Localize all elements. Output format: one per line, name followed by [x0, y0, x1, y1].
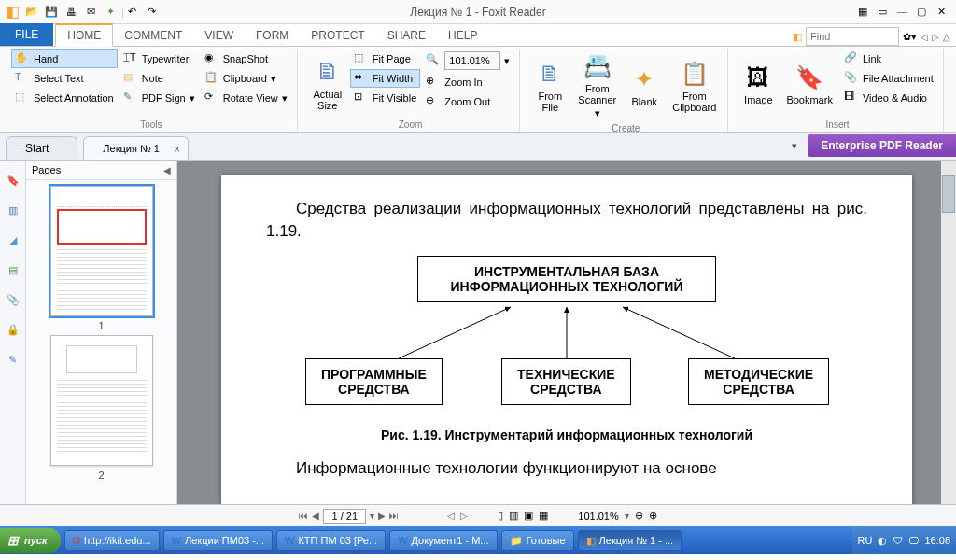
close-icon[interactable]: ✕ — [933, 4, 949, 21]
taskbar-item-4[interactable]: 📁Готовые — [501, 530, 574, 551]
continuous-icon[interactable]: ▥ — [509, 510, 518, 522]
thumbnail-1[interactable] — [50, 186, 153, 316]
attachments-panel-icon[interactable]: 📎 — [5, 291, 21, 308]
blank-button[interactable]: ✦Blank — [624, 49, 665, 121]
ribbon-mode-icon[interactable]: ▦ — [854, 4, 871, 21]
collapse-ribbon-icon[interactable]: △ — [943, 32, 950, 42]
vertical-scrollbar[interactable] — [941, 161, 956, 504]
save-icon[interactable]: 💾 — [43, 4, 60, 21]
next-find-icon[interactable]: ▷ — [932, 32, 939, 42]
zoom-out-status-icon[interactable]: ⊖ — [635, 510, 643, 522]
clipboard-tool[interactable]: 📋Clipboard ▾ — [201, 69, 291, 88]
new-icon[interactable]: ✦ — [102, 4, 119, 21]
open-icon[interactable]: 📂 — [23, 4, 40, 21]
select-annotation-tool[interactable]: ⬚Select Annotation — [11, 89, 118, 107]
actual-size-button[interactable]: 🗎 Actual Size — [307, 49, 348, 118]
settings-icon[interactable]: ✿▾ — [903, 31, 917, 43]
facing-icon[interactable]: ▣ — [524, 510, 533, 522]
maximize-icon[interactable]: ▢ — [913, 4, 930, 21]
nav-forward-icon[interactable]: ▷ — [460, 511, 468, 521]
minimize-ribbon-icon[interactable]: ▭ — [874, 4, 891, 21]
pages-panel-icon[interactable]: ▥ — [5, 202, 21, 218]
tray-icon[interactable]: ◐ — [878, 535, 887, 547]
language-indicator[interactable]: RU — [858, 535, 873, 546]
close-tab-icon[interactable]: × — [174, 143, 180, 156]
clock[interactable]: 16:08 — [924, 535, 950, 546]
search-input[interactable] — [806, 27, 899, 46]
ribbon-tabs: FILE HOME COMMENT VIEW FORM PROTECT SHAR… — [0, 24, 956, 47]
tab-home[interactable]: HOME — [55, 23, 113, 47]
link-button[interactable]: 🔗Link — [840, 49, 937, 68]
fit-width-button[interactable]: ⬌Fit Width — [350, 69, 420, 88]
group-tools: ✋Hand ŦSelect Text ⬚Select Annotation ⌶T… — [6, 49, 298, 132]
image-button[interactable]: 🖼Image — [738, 49, 779, 118]
work-area: 🔖 ▥ ◢ ▤ 📎 🔒 ✎ Pages ◀ 1 2 Средс — [0, 161, 956, 504]
doc-tab-start[interactable]: Start — [6, 136, 77, 160]
mail-icon[interactable]: ✉ — [82, 4, 99, 21]
note-tool[interactable]: ▤Note — [120, 69, 199, 88]
snapshot-tool[interactable]: ◉SnapShot — [201, 49, 291, 68]
last-page-icon[interactable]: ⏭ — [389, 511, 399, 521]
thumbnail-2[interactable] — [50, 335, 153, 466]
tab-comment[interactable]: COMMENT — [113, 23, 193, 46]
tray-icon-2[interactable]: 🛡 — [893, 535, 903, 546]
pdf-page: Средства реализации информационных техно… — [221, 175, 912, 504]
zoom-value[interactable]: 🔍101.01%▾ — [422, 49, 513, 72]
zoom-in-status-icon[interactable]: ⊕ — [649, 510, 657, 522]
tab-view[interactable]: VIEW — [193, 23, 245, 46]
fit-page-button[interactable]: ⬚Fit Page — [350, 49, 420, 68]
prev-page-icon[interactable]: ◀ — [312, 511, 319, 521]
from-scanner-button[interactable]: 📇From Scanner▾ — [572, 49, 622, 121]
print-icon[interactable]: 🖶 — [63, 4, 79, 21]
single-page-icon[interactable]: ▯ — [498, 510, 503, 522]
quick-access-toolbar: ◧ 📂 💾 🖶 ✉ ✦ | ↶ ↷ Лекция № 1 - Foxit Rea… — [0, 0, 956, 24]
hand-tool[interactable]: ✋Hand — [11, 49, 118, 68]
rotate-view-tool[interactable]: ⟳Rotate View ▾ — [201, 89, 291, 107]
tab-share[interactable]: SHARE — [376, 23, 437, 46]
document-view[interactable]: Средства реализации информационных техно… — [177, 161, 956, 504]
from-file-button[interactable]: 🗎From File — [529, 49, 570, 121]
from-clipboard-button[interactable]: 📋From Clipboard — [667, 49, 722, 121]
redo-icon[interactable]: ↷ — [144, 4, 161, 21]
group-create: 🗎From File 📇From Scanner▾ ✦Blank 📋From C… — [524, 49, 728, 132]
typewriter-tool[interactable]: ⌶TTypewriter — [120, 49, 199, 68]
app-small-icon: ◧ — [793, 31, 802, 43]
fit-visible-button[interactable]: ⊡Fit Visible — [350, 89, 420, 107]
tab-help[interactable]: HELP — [437, 23, 488, 46]
taskbar-item-3[interactable]: WДокумент1 - M... — [389, 530, 497, 551]
undo-icon[interactable]: ↶ — [124, 4, 141, 21]
pdf-sign-tool[interactable]: ✎PDF Sign ▾ — [120, 89, 199, 107]
bookmark-button[interactable]: 🔖Bookmark — [780, 49, 838, 118]
promo-banner[interactable]: Enterprise PDF Reader — [808, 134, 956, 157]
security-panel-icon[interactable]: 🔒 — [5, 321, 21, 338]
continuous-facing-icon[interactable]: ▦ — [539, 510, 548, 522]
tabs-menu-icon[interactable]: ▾ — [792, 140, 797, 152]
prev-find-icon[interactable]: ◁ — [921, 32, 928, 42]
comments-panel-icon[interactable]: ▤ — [5, 261, 21, 278]
taskbar-item-0[interactable]: Ohttp://ikit.edu... — [64, 530, 160, 551]
taskbar-item-5[interactable]: ◧Лекция № 1 - ... — [578, 530, 682, 551]
start-button[interactable]: ⊞пуск — [0, 528, 61, 553]
nav-back-icon[interactable]: ◁ — [447, 511, 455, 521]
file-tab[interactable]: FILE — [0, 23, 53, 46]
taskbar-item-2[interactable]: WКТП ПМ 03 [Ре... — [276, 530, 386, 551]
collapse-panel-icon[interactable]: ◀ — [163, 165, 171, 175]
zoom-in-button[interactable]: ⊕Zoom In — [422, 73, 513, 91]
signatures-panel-icon[interactable]: ✎ — [5, 351, 21, 368]
first-page-icon[interactable]: ⏮ — [299, 511, 308, 521]
page-number-input[interactable] — [323, 509, 366, 524]
video-audio-button[interactable]: 🎞Video & Audio — [840, 89, 937, 107]
tray-icon-3[interactable]: 🖵 — [908, 535, 919, 546]
bookmark-panel-icon[interactable]: 🔖 — [5, 172, 21, 189]
tab-form[interactable]: FORM — [245, 23, 300, 46]
select-text-tool[interactable]: ŦSelect Text — [11, 69, 118, 88]
file-attachment-button[interactable]: 📎File Attachment — [840, 69, 937, 88]
zoom-out-button[interactable]: ⊖Zoom Out — [422, 92, 513, 111]
svg-line-0 — [399, 307, 511, 358]
next-page-icon[interactable]: ▶ — [378, 511, 386, 521]
minimize-icon[interactable]: — — [893, 4, 910, 21]
layers-panel-icon[interactable]: ◢ — [5, 231, 21, 248]
tab-protect[interactable]: PROTECT — [300, 23, 375, 46]
doc-tab-active[interactable]: Лекция № 1× — [83, 136, 189, 160]
taskbar-item-1[interactable]: WЛекции ПМ03 -... — [163, 530, 273, 551]
